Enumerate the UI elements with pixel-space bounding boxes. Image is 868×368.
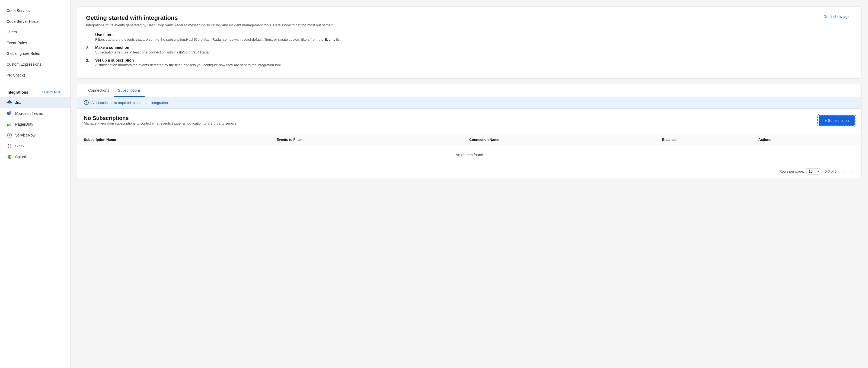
table-empty-message: No entries found [77,145,861,165]
events-link[interactable]: Events [324,37,335,41]
main-content: Getting started with integrations Don't … [70,0,868,368]
add-subscription-button[interactable]: + Subscription [818,115,855,126]
sidebar-nav: Code Servers Code Server Hosts Filters E… [0,5,70,81]
sidebar-divider [0,84,70,84]
sidebar-item-pagerduty[interactable]: pd PagerDuty [0,119,70,130]
pagerduty-label: PagerDuty [15,122,33,126]
table-header-row: Subscription Name Events to Filter Conne… [77,134,861,145]
step-1-title: Use filters [95,33,341,37]
svg-rect-8 [8,147,9,148]
sidebar-item-code-server-hosts[interactable]: Code Server Hosts [0,16,70,27]
microsoft-teams-icon [6,111,12,116]
servicenow-icon [6,132,12,138]
step-3-content: Set up a subscription A subscription mon… [95,58,282,67]
sidebar-item-servicenow[interactable]: ServiceNow [0,130,70,141]
svg-marker-10 [7,155,12,159]
step-2: Make a connection Subscriptions require … [86,45,852,54]
slack-icon [6,143,12,149]
sidebar-item-jira[interactable]: Jira [0,97,70,108]
sidebar-item-pr-checks[interactable]: PR Checks [0,70,70,81]
info-banner: i A subscription is required to create a… [77,97,861,109]
col-connection-name: Connection Name [469,137,662,142]
svg-text:pd: pd [7,122,11,126]
svg-rect-9 [10,147,11,148]
svg-rect-6 [8,144,9,146]
svg-point-2 [9,111,11,112]
getting-started-subtitle: Integrations route events generated by H… [86,23,852,27]
step-2-title: Make a connection [95,45,211,50]
sidebar-item-global-ignore-rules[interactable]: Global Ignore Rules [0,48,70,59]
pagination-next-button[interactable]: › [850,168,855,175]
no-subscriptions-desc: Manage integration subscriptions to cont… [84,121,237,125]
jira-label: Jira [15,100,22,105]
integrations-section-title: Integrations [6,90,28,94]
no-subscriptions-area: No Subscriptions Manage integration subs… [77,109,861,134]
no-subscriptions-header: No Subscriptions Manage integration subs… [84,115,855,126]
sidebar-item-filters[interactable]: Filters [0,27,70,38]
sidebar-integrations-header: Integrations LEARN MORE [0,87,70,97]
sidebar-item-microsoft-teams[interactable]: Microsoft Teams [0,108,70,119]
info-banner-message: A subscription is required to create an … [91,101,168,105]
col-subscription-name: Subscription Name [84,137,277,142]
tab-connections[interactable]: Connections [84,84,114,97]
subscriptions-table: Subscription Name Events to Filter Conne… [77,134,861,178]
pagination-prev-button[interactable]: ‹ [841,168,845,175]
pagination-info: 0-0 of 0 [825,170,837,174]
no-subscriptions-title: No Subscriptions [84,115,237,121]
step-3-title: Set up a subscription [95,58,282,62]
getting-started-header: Getting started with integrations Don't … [86,14,852,22]
tabs-row: Connections Subscriptions [77,84,861,97]
sidebar-item-custom-expressions[interactable]: Custom Expressions [0,59,70,70]
step-1-content: Use filters Filters capture the events t… [95,33,341,41]
slack-label: Slack [15,144,24,148]
rows-per-page-label: Rows per page: [779,170,804,174]
svg-point-5 [9,134,10,136]
step-2-content: Make a connection Subscriptions require … [95,45,211,54]
getting-started-card: Getting started with integrations Don't … [77,6,862,79]
sidebar-item-slack[interactable]: Slack [0,141,70,151]
step-2-desc: Subscriptions require at least one conne… [95,50,211,54]
rows-per-page-wrapper: 10 25 50 100 [806,168,820,175]
sidebar-item-code-servers[interactable]: Code Servers [0,5,70,16]
col-events-to-filter: Events to Filter [277,137,469,142]
col-actions: Actions [758,137,855,142]
subscriptions-card: Connections Subscriptions i A subscripti… [77,84,862,178]
step-1: Use filters Filters capture the events t… [86,33,852,41]
table-footer: Rows per page: 10 25 50 100 0-0 of 0 ‹ › [77,165,861,178]
sidebar-item-splunk[interactable]: Splunk [0,151,70,162]
getting-started-title: Getting started with integrations [86,14,178,22]
col-enabled: Enabled [662,137,758,142]
splunk-icon [6,154,12,160]
rows-per-page-control: Rows per page: 10 25 50 100 [779,168,820,175]
microsoft-teams-label: Microsoft Teams [15,111,43,116]
learn-more-link[interactable]: LEARN MORE [42,90,64,94]
splunk-label: Splunk [15,155,27,159]
jira-icon [6,100,12,105]
step-3: Set up a subscription A subscription mon… [86,58,852,67]
rows-per-page-select[interactable]: 10 25 50 100 [806,168,820,175]
step-1-desc: Filters capture the events that are sent… [95,37,341,41]
sidebar-item-event-rules[interactable]: Event Rules [0,38,70,49]
sidebar: Code Servers Code Server Hosts Filters E… [0,0,70,368]
steps-list: Use filters Filters capture the events t… [86,33,852,67]
servicenow-label: ServiceNow [15,133,35,137]
info-icon: i [84,100,89,105]
tab-subscriptions[interactable]: Subscriptions [114,84,145,97]
svg-rect-7 [10,144,11,146]
dont-show-again-link[interactable]: Don't show again [824,14,852,19]
pagerduty-icon: pd [6,121,12,127]
step-3-desc: A subscription monitors the events detec… [95,63,282,67]
